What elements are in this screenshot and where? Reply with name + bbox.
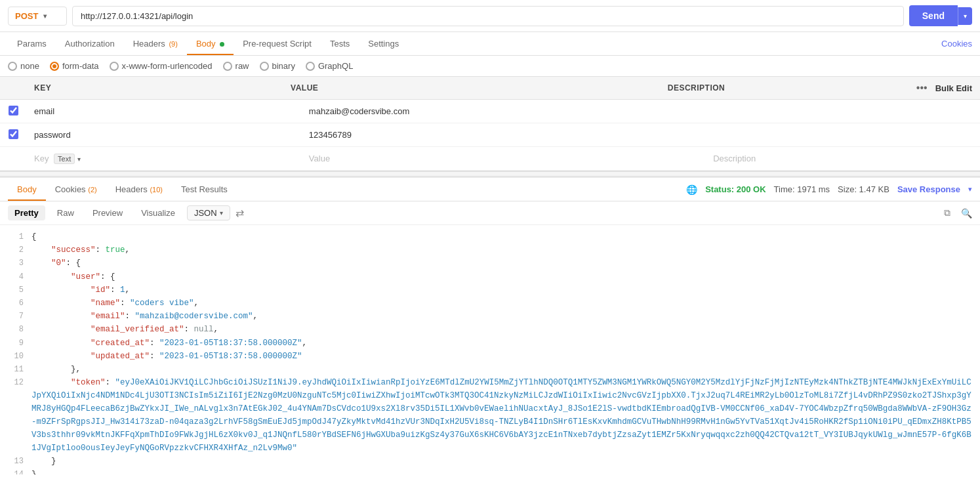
line-number: 12 — [8, 376, 24, 455]
tab-params[interactable]: Params — [8, 32, 56, 55]
resp-headers-badge: (10) — [150, 186, 163, 194]
line-number: 6 — [8, 297, 24, 310]
line-number: 2 — [8, 243, 24, 257]
tab-pre-request[interactable]: Pre-request Script — [234, 32, 321, 55]
line-content: "0": { — [31, 257, 972, 270]
resp-tab-headers[interactable]: Headers (10) — [106, 178, 172, 201]
new-row-desc-input[interactable]: Description — [705, 147, 980, 170]
line-content: "email_verified_at": null, — [31, 323, 972, 336]
table-header: KEY VALUE DESCRIPTION ••• Bulk Edit — [0, 77, 980, 100]
tab-tests[interactable]: Tests — [321, 32, 359, 55]
row2-value[interactable]: 123456789 — [301, 123, 705, 146]
tab-body[interactable]: Body — [187, 32, 234, 55]
request-tabs-row: Params Authorization Headers (9) Body Pr… — [0, 32, 980, 56]
resp-tab-test-results[interactable]: Test Results — [172, 178, 237, 201]
format-preview-button[interactable]: Preview — [86, 205, 129, 220]
method-chevron-icon: ▾ — [43, 12, 47, 20]
row2-desc[interactable] — [705, 129, 980, 142]
row1-check[interactable] — [0, 106, 26, 117]
chevron-down-icon[interactable]: ▾ — [77, 156, 81, 163]
save-chevron-icon[interactable]: ▾ — [968, 185, 972, 194]
radio-form-data[interactable]: form-data — [50, 61, 99, 71]
json-line: 11 }, — [8, 363, 972, 376]
row1-checkbox[interactable] — [9, 106, 18, 115]
send-button[interactable]: Send — [909, 5, 958, 26]
line-number: 13 — [8, 455, 24, 468]
json-line: 5 "id": 1, — [8, 283, 972, 297]
json-viewer[interactable]: 1{2 "success": true,3 "0": {4 "user": {5… — [0, 225, 980, 474]
line-content: "created_at": "2023-01-05T18:37:58.00000… — [31, 337, 972, 350]
radio-binary-circle — [260, 62, 269, 71]
line-number: 1 — [8, 230, 24, 243]
new-row-value-input[interactable]: Value — [301, 147, 705, 170]
tab-authorization[interactable]: Authorization — [56, 32, 124, 55]
tab-headers[interactable]: Headers (9) — [124, 32, 187, 55]
url-input[interactable] — [72, 6, 904, 26]
line-content: "token": "eyJ0eXAiOiJKV1QiLCJhbGciOiJSUz… — [31, 376, 972, 455]
radio-graphql[interactable]: GraphQL — [306, 61, 353, 71]
json-line: 8 "email_verified_at": null, — [8, 323, 972, 336]
filter-icon[interactable]: ⇄ — [235, 207, 244, 219]
format-raw-button[interactable]: Raw — [51, 205, 81, 220]
method-select[interactable]: POST ▾ — [8, 7, 67, 26]
params-table: KEY VALUE DESCRIPTION ••• Bulk Edit emai… — [0, 77, 980, 171]
line-content: } — [31, 455, 972, 468]
section-separator — [0, 171, 980, 177]
search-icon[interactable]: 🔍 — [961, 208, 972, 219]
row1-key[interactable]: email — [26, 100, 301, 123]
line-number: 10 — [8, 350, 24, 363]
line-number: 4 — [8, 270, 24, 283]
th-desc: DESCRIPTION — [660, 83, 916, 93]
new-row-key-input[interactable]: Key Text ▾ — [26, 147, 301, 170]
body-dot — [220, 42, 224, 47]
cookies-link[interactable]: Cookies — [941, 39, 972, 49]
dots-icon[interactable]: ••• — [916, 82, 928, 94]
radio-raw-circle — [223, 62, 232, 71]
line-content: "updated_at": "2023-01-05T18:37:58.00000… — [31, 350, 972, 363]
radio-binary-label: binary — [272, 61, 295, 71]
save-response-button[interactable]: Save Response — [897, 184, 960, 194]
row1-value[interactable]: mahzaib@codersvibe.com — [301, 100, 705, 123]
line-number: 14 — [8, 468, 24, 474]
radio-urlencoded-label: x-www-form-urlencoded — [122, 61, 213, 71]
row1-desc[interactable] — [705, 105, 980, 118]
send-arrow-button[interactable]: ▾ — [958, 7, 972, 25]
resp-tab-body[interactable]: Body — [8, 178, 46, 201]
resp-size: Size: 1.47 KB — [838, 184, 889, 194]
status-badge: Status: 200 OK — [705, 184, 766, 194]
radio-binary[interactable]: binary — [260, 61, 295, 71]
send-btn-wrap: Send ▾ — [909, 5, 972, 26]
json-line: 3 "0": { — [8, 257, 972, 270]
radio-none-circle — [8, 62, 17, 71]
desc-placeholder: Description — [713, 154, 756, 163]
row2-check[interactable] — [0, 129, 26, 141]
radio-none[interactable]: none — [8, 61, 39, 71]
copy-icon[interactable]: ⧉ — [944, 207, 950, 219]
json-format-label: JSON — [194, 208, 217, 218]
json-format-select[interactable]: JSON ▾ — [187, 205, 230, 220]
th-key: KEY — [26, 83, 283, 93]
radio-form-data-circle — [50, 62, 59, 71]
radio-raw[interactable]: raw — [223, 61, 249, 71]
response-section: Body Cookies (2) Headers (10) Test Resul… — [0, 177, 980, 474]
json-line: 9 "created_at": "2023-01-05T18:37:58.000… — [8, 337, 972, 350]
radio-urlencoded[interactable]: x-www-form-urlencoded — [110, 61, 213, 71]
cookies-badge: (2) — [88, 186, 96, 194]
row2-key[interactable]: password — [26, 123, 301, 146]
line-content: "id": 1, — [31, 283, 972, 297]
radio-graphql-circle — [306, 62, 315, 71]
resp-tab-cookies[interactable]: Cookies (2) — [46, 178, 106, 201]
text-badge[interactable]: Text — [54, 154, 75, 164]
format-pretty-button[interactable]: Pretty — [8, 205, 45, 220]
line-content: "name": "coders vibe", — [31, 297, 972, 310]
format-visualize-button[interactable]: Visualize — [134, 205, 182, 220]
line-content: } — [31, 468, 972, 474]
tab-settings[interactable]: Settings — [359, 32, 408, 55]
value-placeholder: Value — [309, 154, 330, 163]
bulk-edit-button[interactable]: Bulk Edit — [935, 83, 972, 93]
row2-checkbox[interactable] — [9, 129, 18, 139]
json-line: 10 "updated_at": "2023-01-05T18:37:58.00… — [8, 350, 972, 363]
top-bar: POST ▾ Send ▾ — [0, 0, 980, 32]
table-row: email mahzaib@codersvibe.com — [0, 100, 980, 123]
resp-time: Time: 1971 ms — [774, 184, 830, 194]
